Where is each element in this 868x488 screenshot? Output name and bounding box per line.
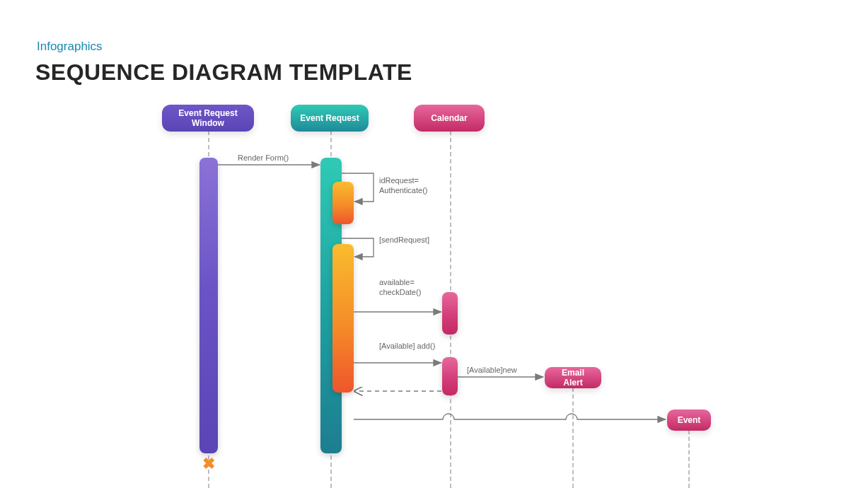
activation-calendar-2	[442, 357, 458, 395]
msg-send-request: [sendRequest]	[379, 236, 429, 245]
activation-calendar-1	[442, 292, 458, 335]
msg-check-date: available= checkDate()	[379, 278, 436, 298]
activation-checkdate	[332, 244, 354, 393]
msg-available-new: [Available]new	[467, 366, 517, 376]
actor-event-request-window: Event Request Window	[162, 105, 254, 132]
actor-calendar: Calendar	[414, 105, 485, 132]
termination-icon: ✖	[202, 456, 215, 472]
msg-authenticate: idRequest= Authenticate()	[379, 176, 443, 196]
msg-available-add: [Available] add()	[379, 342, 436, 352]
sequence-diagram: Event Request Window Event Request Calen…	[0, 103, 868, 488]
activation-authenticate	[332, 182, 354, 224]
lifeline-email-alert	[572, 388, 574, 488]
actor-event-request: Event Request	[291, 105, 369, 132]
page-title: SEQUENCE DIAGRAM TEMPLATE	[35, 59, 412, 86]
activation-event-request-window	[199, 158, 218, 453]
lifeline-event	[688, 430, 690, 488]
page-subtitle: Infographics	[37, 40, 103, 54]
actor-email-alert: Email Alert	[545, 367, 601, 388]
msg-render-form: Render Form()	[238, 153, 289, 163]
actor-event: Event	[667, 409, 711, 431]
